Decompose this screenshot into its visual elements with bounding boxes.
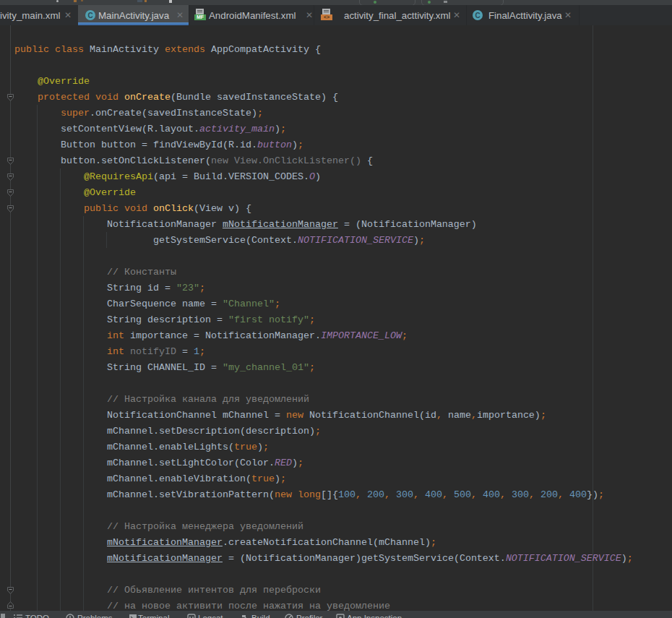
svg-text:C: C (475, 12, 480, 20)
svg-text:C: C (87, 12, 92, 20)
